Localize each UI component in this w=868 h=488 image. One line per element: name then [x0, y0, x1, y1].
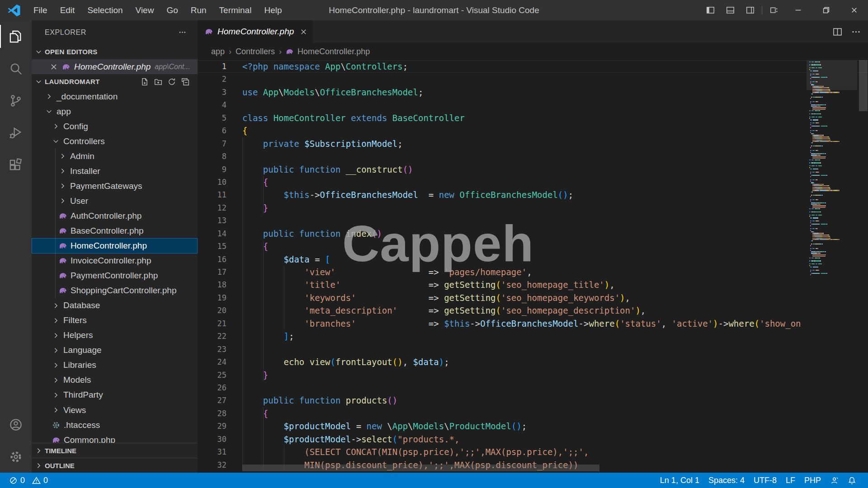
- tree-item-basecontroller-php[interactable]: BaseController.php: [32, 223, 198, 238]
- code-line-31[interactable]: 31 (SELECT CONCAT(MIN(psp.price),';;',MA…: [198, 446, 868, 458]
- close-window-button[interactable]: [840, 0, 868, 20]
- breadcrumb-file[interactable]: HomeController.php: [297, 47, 370, 56]
- tree-item-homecontroller-php[interactable]: HomeController.php: [32, 238, 198, 253]
- status-errors[interactable]: 0: [7, 476, 27, 485]
- activity-extensions[interactable]: [0, 149, 32, 181]
- breadcrumb-controllers[interactable]: Controllers: [236, 47, 275, 56]
- toggle-secondary-sidebar-icon[interactable]: [740, 0, 760, 20]
- code-line-8[interactable]: 8: [198, 150, 868, 163]
- menu-run[interactable]: Run: [184, 0, 213, 20]
- new-file-icon[interactable]: [141, 78, 149, 86]
- code-editor[interactable]: 1<?php namespace App\Controllers;23use A…: [198, 60, 868, 473]
- refresh-explorer-icon[interactable]: [168, 78, 176, 86]
- code-line-3[interactable]: 3use App\Models\OfficeBranchesModel;: [198, 86, 868, 99]
- vertical-scrollbar-thumb[interactable]: [859, 60, 868, 111]
- customize-layout-icon[interactable]: [764, 0, 784, 20]
- menu-view[interactable]: View: [129, 0, 160, 20]
- tree-item-app[interactable]: app: [32, 104, 198, 119]
- activity-source-control[interactable]: [0, 84, 32, 117]
- code-line-30[interactable]: 30 $productModel->select("products.*,: [198, 433, 868, 446]
- tree-item--htaccess[interactable]: .htaccess: [32, 418, 198, 432]
- code-line-9[interactable]: 9 public function __construct(): [198, 163, 868, 176]
- minimize-button[interactable]: [784, 0, 812, 20]
- tree-item-admin[interactable]: Admin: [32, 149, 198, 164]
- tree-item-helpers[interactable]: Helpers: [32, 328, 198, 343]
- menu-file[interactable]: File: [27, 0, 54, 20]
- menu-terminal[interactable]: Terminal: [213, 0, 258, 20]
- toggle-sidebar-icon[interactable]: [700, 0, 720, 20]
- tree-item-libraries[interactable]: Libraries: [32, 358, 198, 373]
- tree-item-authcontroller-php[interactable]: AuthController.php: [32, 208, 198, 223]
- code-line-23[interactable]: 23: [198, 343, 868, 356]
- outline-section-header[interactable]: OUTLINE: [32, 458, 198, 473]
- code-line-12[interactable]: 12 }: [198, 202, 868, 214]
- tree-item-thirdparty[interactable]: ThirdParty: [32, 388, 198, 403]
- toggle-panel-icon[interactable]: [720, 0, 740, 20]
- status-language-mode[interactable]: PHP: [800, 473, 826, 488]
- code-line-19[interactable]: 19 'keywords' => getSetting('seo_homepag…: [198, 291, 868, 304]
- tree-item-user[interactable]: User: [32, 193, 198, 208]
- minimap-slider[interactable]: [807, 60, 857, 90]
- activity-run-and-debug[interactable]: [0, 117, 32, 149]
- code-line-2[interactable]: 2: [198, 73, 868, 85]
- tree-item-controllers[interactable]: Controllers: [32, 134, 198, 149]
- code-line-11[interactable]: 11 $this->OfficeBranchesModel = new Offi…: [198, 188, 868, 201]
- status-warnings[interactable]: 0: [30, 476, 50, 485]
- breadcrumb-app[interactable]: app: [211, 47, 225, 56]
- menu-go[interactable]: Go: [160, 0, 184, 20]
- project-section-header[interactable]: LAUNDROMART: [32, 74, 198, 89]
- close-tab-icon[interactable]: [300, 28, 307, 36]
- open-editor-item[interactable]: HomeController.php app\Cont...: [32, 59, 198, 74]
- code-line-28[interactable]: 28 {: [198, 407, 868, 420]
- code-line-4[interactable]: 4: [198, 99, 868, 111]
- tree-item-invoicecontroller-php[interactable]: InvoiceController.php: [32, 253, 198, 268]
- code-line-27[interactable]: 27 public function products(): [198, 394, 868, 407]
- code-line-24[interactable]: 24 echo view(frontLayout(), $data);: [198, 356, 868, 368]
- minimap[interactable]: [807, 60, 857, 473]
- restore-button[interactable]: [812, 0, 840, 20]
- open-editors-header[interactable]: OPEN EDITORS: [32, 44, 198, 59]
- code-line-22[interactable]: 22 ];: [198, 330, 868, 343]
- tree-item-installer[interactable]: Installer: [32, 164, 198, 178]
- tree-item--documentation[interactable]: _documentation: [32, 89, 198, 104]
- code-line-10[interactable]: 10 {: [198, 176, 868, 188]
- activity-settings[interactable]: [0, 441, 32, 473]
- status-indentation[interactable]: Spaces: 4: [704, 473, 749, 488]
- tree-item-filters[interactable]: Filters: [32, 313, 198, 328]
- status-cursor-position[interactable]: Ln 1, Col 1: [656, 473, 704, 488]
- new-folder-icon[interactable]: [154, 78, 162, 86]
- menu-edit[interactable]: Edit: [54, 0, 81, 20]
- menu-help[interactable]: Help: [258, 0, 288, 20]
- code-line-7[interactable]: 7 private $SubscriptionModel;: [198, 137, 868, 150]
- code-line-25[interactable]: 25 }: [198, 369, 868, 381]
- explorer-more-actions-icon[interactable]: [179, 28, 186, 36]
- more-actions-icon[interactable]: [851, 27, 861, 37]
- tree-item-views[interactable]: Views: [32, 403, 198, 418]
- status-encoding[interactable]: UTF-8: [749, 473, 781, 488]
- horizontal-scrollbar-thumb[interactable]: [242, 465, 599, 471]
- close-editor-icon[interactable]: [50, 63, 58, 71]
- activity-explorer[interactable]: [0, 20, 32, 52]
- code-line-18[interactable]: 18 'title' => getSetting('seo_homepage_t…: [198, 278, 868, 291]
- tree-item-paymentcontroller-php[interactable]: PaymentController.php: [32, 268, 198, 283]
- activity-search[interactable]: [0, 52, 32, 84]
- code-line-21[interactable]: 21 'branches' => $this->OfficeBranchesMo…: [198, 317, 868, 330]
- activity-accounts[interactable]: [0, 408, 32, 441]
- tree-item-shoppingcartcontroller-php[interactable]: ShoppingCartController.php: [32, 283, 198, 298]
- tree-item-paymentgateways[interactable]: PaymentGateways: [32, 178, 198, 193]
- code-line-20[interactable]: 20 'meta_description' => getSetting('seo…: [198, 304, 868, 317]
- problems-group[interactable]: 00: [7, 476, 50, 485]
- tree-item-models[interactable]: Models: [32, 373, 198, 388]
- tree-item-language[interactable]: Language: [32, 343, 198, 358]
- collapse-folders-icon[interactable]: [181, 78, 189, 86]
- code-line-6[interactable]: 6{: [198, 124, 868, 137]
- code-line-29[interactable]: 29 $productModel = new \App\Models\Produ…: [198, 420, 868, 432]
- code-line-26[interactable]: 26: [198, 381, 868, 394]
- timeline-section-header[interactable]: TIMELINE: [32, 443, 198, 458]
- menu-selection[interactable]: Selection: [81, 0, 129, 20]
- status-feedback[interactable]: [826, 473, 843, 488]
- split-editor-icon[interactable]: [833, 27, 842, 37]
- tab-homecontroller[interactable]: HomeController.php: [198, 20, 313, 43]
- code-line-1[interactable]: 1<?php namespace App\Controllers;: [198, 60, 868, 73]
- code-line-5[interactable]: 5class HomeController extends BaseContro…: [198, 112, 868, 124]
